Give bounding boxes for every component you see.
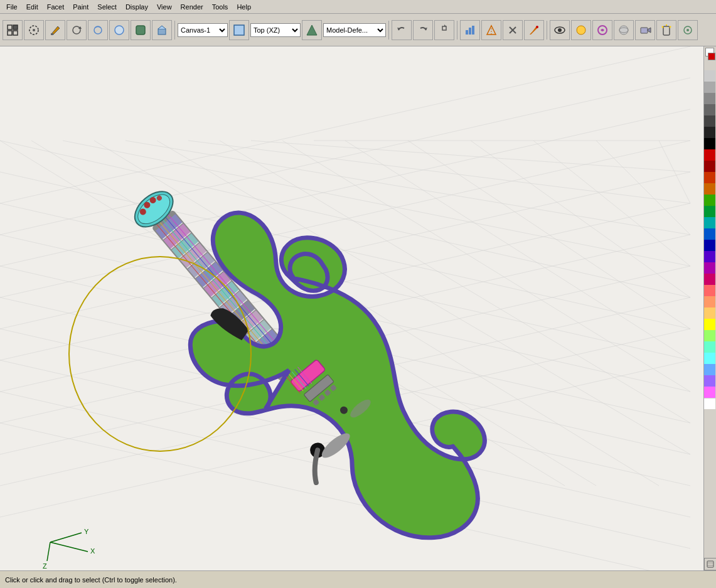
menu-display[interactable]: Display <box>122 2 152 12</box>
menu-paint[interactable]: Paint <box>69 2 92 12</box>
swatch-magenta[interactable] <box>704 262 715 274</box>
fg-bg-color[interactable] <box>704 46 716 69</box>
tool-render[interactable] <box>571 20 591 40</box>
model-dropdown[interactable]: Model-Defe... <box>323 23 386 37</box>
svg-rect-0 <box>8 25 12 29</box>
svg-point-9 <box>115 26 124 35</box>
tool-cut[interactable] <box>503 20 523 40</box>
menu-help[interactable]: Help <box>233 2 255 12</box>
tool-eye[interactable] <box>550 20 570 40</box>
tool-graph[interactable] <box>460 20 480 40</box>
svg-text:Y: Y <box>84 528 89 535</box>
toolbar-sep-2 <box>388 21 389 40</box>
swatch-aqua[interactable] <box>704 341 715 353</box>
menu-view[interactable]: View <box>153 2 176 12</box>
swatch-pink[interactable] <box>704 274 715 285</box>
swatch-gray5[interactable] <box>704 115 715 127</box>
swatch-yellow[interactable] <box>704 319 715 330</box>
swatch-gray4[interactable] <box>704 104 715 115</box>
swatch-violet[interactable] <box>704 375 715 387</box>
menu-select[interactable]: Select <box>94 2 120 12</box>
swatch-green[interactable] <box>704 195 715 206</box>
svg-point-5 <box>33 29 35 31</box>
swatch-red[interactable] <box>704 149 715 161</box>
redo-btn[interactable] <box>413 20 433 40</box>
svg-rect-12 <box>234 25 244 35</box>
menu-edit[interactable]: Edit <box>23 2 42 12</box>
swatch-white[interactable] <box>704 398 715 409</box>
tool-light[interactable] <box>656 20 676 40</box>
svg-rect-10 <box>136 26 145 35</box>
svg-rect-139 <box>707 561 713 567</box>
swatch-salmon[interactable] <box>704 296 715 307</box>
svg-rect-2 <box>8 31 12 35</box>
svg-point-24 <box>558 28 562 32</box>
svg-rect-17 <box>469 28 471 35</box>
undo-btn[interactable] <box>392 20 412 40</box>
svg-rect-16 <box>466 30 468 35</box>
toolbar-sep-1 <box>174 21 175 40</box>
canvas-viewport[interactable]: Y X Z <box>0 46 703 570</box>
swatch-purple[interactable] <box>704 251 715 262</box>
toolbar-sep-3 <box>457 21 457 40</box>
tool-mirror-2[interactable] <box>481 20 501 40</box>
view-dropdown[interactable]: Top (XZ) <box>250 23 301 37</box>
svg-text:X: X <box>90 547 95 555</box>
swatch-gray1[interactable] <box>704 70 715 82</box>
svg-point-8 <box>94 26 102 34</box>
svg-rect-1 <box>13 25 18 29</box>
tool-btn-2[interactable] <box>24 20 44 40</box>
tool-options[interactable] <box>678 20 698 40</box>
color-palette <box>703 46 716 570</box>
color-options-btn[interactable] <box>704 558 716 570</box>
swatch-black[interactable] <box>704 138 715 149</box>
svg-rect-11 <box>158 29 166 35</box>
swatch-blue[interactable] <box>704 228 715 240</box>
swatch-lightgreen[interactable] <box>704 330 715 341</box>
swatch-teal[interactable] <box>704 217 715 228</box>
swatch-peach[interactable] <box>704 307 715 319</box>
swatch-skyblue[interactable] <box>704 364 715 375</box>
tool-btn-4[interactable] <box>67 20 87 40</box>
svg-marker-13 <box>307 25 317 35</box>
toolbar: Canvas-1 Top (XZ) Model-Defe... <box>0 14 716 46</box>
swatch-gray2[interactable] <box>704 82 715 93</box>
swatch-cyan[interactable] <box>704 353 715 364</box>
tool-btn-5[interactable] <box>88 20 108 40</box>
toolbar-sep-4 <box>547 21 547 40</box>
menu-render[interactable]: Render <box>177 2 207 12</box>
swatch-gray3[interactable] <box>704 93 715 104</box>
svg-rect-3 <box>13 31 18 35</box>
main-area: Y X Z <box>0 46 716 570</box>
tool-btn-8[interactable] <box>152 20 172 40</box>
tool-camera[interactable] <box>635 20 655 40</box>
menu-facet[interactable]: Facet <box>43 2 68 12</box>
menu-tools[interactable]: Tools <box>208 2 232 12</box>
tool-btn-7[interactable] <box>131 20 151 40</box>
tool-paint-2[interactable] <box>524 20 544 40</box>
canvas-dropdown[interactable]: Canvas-1 <box>178 23 228 37</box>
history-btn[interactable] <box>434 20 454 40</box>
tool-sphere[interactable] <box>614 20 634 40</box>
svg-rect-32 <box>663 26 670 35</box>
swatch-darkblue[interactable] <box>704 240 715 251</box>
swatch-darkgreen[interactable] <box>704 206 715 217</box>
menubar: File Edit Facet Paint Select Display Vie… <box>0 0 716 14</box>
view-icon-btn-2[interactable] <box>302 20 322 40</box>
tool-brush-2[interactable] <box>592 20 612 40</box>
swatch-lightpink[interactable] <box>704 387 715 398</box>
swatch-brown[interactable] <box>704 172 715 183</box>
swatch-darkred[interactable] <box>704 161 715 172</box>
swatch-lightred[interactable] <box>704 285 715 296</box>
svg-text:Z: Z <box>43 562 47 570</box>
tool-btn-6[interactable] <box>109 20 129 40</box>
swatch-orange[interactable] <box>704 183 715 195</box>
svg-rect-6 <box>51 33 53 35</box>
swatch-gray6[interactable] <box>704 127 715 138</box>
tool-btn-1[interactable] <box>3 20 23 40</box>
status-message: Click or click and drag to select (Ctrl … <box>5 576 177 584</box>
tool-btn-3[interactable] <box>45 20 65 40</box>
menu-file[interactable]: File <box>3 2 21 12</box>
svg-point-37 <box>687 29 689 31</box>
view-icon-btn[interactable] <box>229 20 249 40</box>
